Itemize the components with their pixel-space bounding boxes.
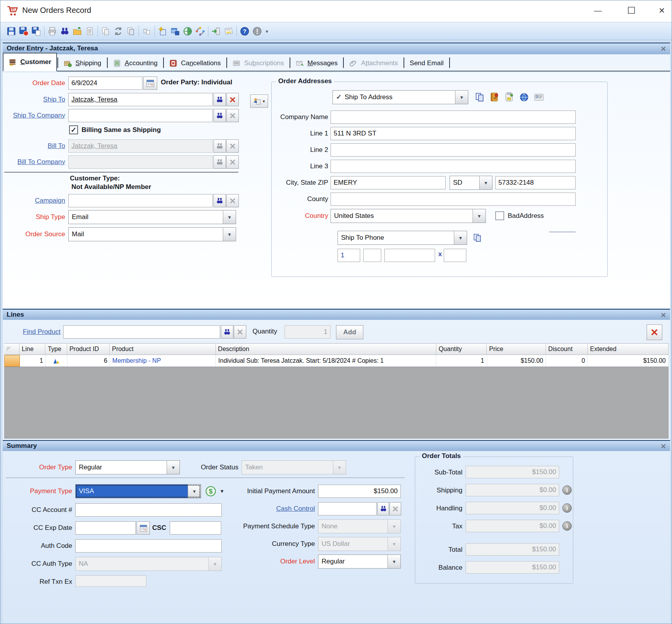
col-header-price[interactable]: Price	[487, 343, 546, 355]
ship-to-clear-button[interactable]: ✕	[226, 93, 239, 106]
cash-control-input[interactable]	[318, 502, 377, 515]
campaign-find-button[interactable]	[213, 194, 226, 207]
customer-actions-button[interactable]: ▾	[250, 94, 268, 108]
tab-shipping[interactable]: Shipping	[59, 56, 106, 71]
panel-close-icon[interactable]: ✕	[661, 442, 666, 452]
copy-phone-icon[interactable]	[471, 232, 484, 244]
receipt-icon[interactable]	[222, 25, 235, 37]
campaign-label[interactable]: Campaign	[7, 194, 65, 207]
sync-icon[interactable]	[194, 25, 206, 37]
globe-icon[interactable]	[518, 91, 530, 103]
ship-to-company-input[interactable]	[68, 109, 213, 122]
row-selector-cell[interactable]	[4, 355, 20, 367]
maximize-button[interactable]: ☐	[622, 3, 640, 18]
minimize-button[interactable]: —	[589, 3, 607, 18]
tab-cancellations[interactable]: Cancellations	[164, 56, 226, 71]
chevron-down-icon[interactable]: ▾	[223, 210, 236, 224]
lines-delete-button[interactable]: ✕	[647, 324, 662, 340]
order-date-calendar-button[interactable]	[143, 77, 157, 90]
phone-country-input[interactable]	[338, 249, 360, 262]
find-icon[interactable]	[59, 25, 71, 37]
find-product-clear-button[interactable]: ✕	[234, 325, 246, 339]
print-icon[interactable]	[46, 25, 59, 37]
cc-exp-input[interactable]	[75, 521, 136, 535]
col-header-extended[interactable]: Extended	[588, 343, 668, 355]
copy-special-icon[interactable]	[100, 25, 112, 37]
table-corner-cell[interactable]	[4, 343, 20, 355]
address-book-icon[interactable]	[488, 91, 501, 103]
ship-type-select[interactable]: Email ▾	[68, 210, 236, 224]
col-header-line[interactable]: Line	[20, 343, 46, 355]
payment-type-select[interactable]: VISA ▾	[75, 484, 201, 498]
cash-control-clear-button[interactable]: ✕	[389, 502, 401, 515]
cash-control-find-button[interactable]	[377, 502, 389, 515]
bill-to-company-label[interactable]: Bill To Company	[3, 155, 65, 169]
col-header-quantity[interactable]: Quantity	[436, 343, 487, 355]
tab-customer[interactable]: Customer	[3, 53, 57, 71]
save-as-icon[interactable]	[30, 25, 43, 37]
city-input[interactable]	[331, 176, 446, 189]
zip-input[interactable]	[495, 176, 576, 189]
copy-address-icon[interactable]	[473, 91, 486, 103]
order-type-select[interactable]: Regular ▾	[75, 460, 180, 474]
line1-input[interactable]	[331, 127, 576, 140]
chevron-down-icon[interactable]: ▾	[188, 485, 201, 498]
table-row[interactable]: 1 6 Membership - NP Individual Sub: Tere…	[4, 355, 668, 367]
chevron-down-icon[interactable]: ▾	[479, 176, 492, 189]
phone-area-input[interactable]	[363, 249, 381, 262]
col-header-description[interactable]: Description	[216, 343, 436, 355]
initial-payment-input[interactable]	[318, 485, 401, 498]
line3-input[interactable]	[331, 160, 576, 173]
save-icon[interactable]	[5, 25, 18, 37]
cash-control-label[interactable]: Cash Control	[221, 502, 315, 515]
order-date-input[interactable]	[68, 77, 142, 90]
tab-send-email[interactable]: Send Email	[405, 56, 449, 71]
county-input[interactable]	[331, 193, 576, 206]
chevron-down-icon[interactable]: ▾	[455, 91, 468, 104]
cell-product[interactable]: Membership - NP	[110, 355, 216, 367]
csc-input[interactable]	[170, 521, 221, 535]
col-header-product-id[interactable]: Product ID	[67, 343, 110, 355]
contact-card-icon[interactable]	[533, 91, 545, 103]
toolbar-overflow-icon[interactable]: ▾	[263, 25, 270, 37]
line2-input[interactable]	[331, 143, 576, 157]
col-header-discount[interactable]: Discount	[546, 343, 588, 355]
handling-info-icon[interactable]: i	[562, 503, 572, 513]
duplicate-icon[interactable]	[140, 25, 153, 37]
shipping-info-icon[interactable]: i	[562, 485, 572, 495]
campaign-input[interactable]	[68, 194, 213, 207]
company-name-input[interactable]	[331, 111, 576, 124]
panel-close-icon[interactable]: ✕	[661, 44, 666, 54]
copy-icon[interactable]	[124, 25, 137, 37]
save-record-icon[interactable]	[18, 25, 30, 37]
close-button[interactable]: ✕	[653, 3, 671, 18]
about-icon[interactable]	[251, 25, 263, 37]
phone-ext-input[interactable]	[444, 249, 466, 262]
tax-info-icon[interactable]: i	[562, 521, 572, 531]
campaign-clear-button[interactable]: ✕	[226, 194, 239, 207]
panel-close-icon[interactable]: ✕	[661, 310, 666, 321]
ship-to-label[interactable]: Ship To	[7, 93, 65, 106]
auth-code-input[interactable]	[75, 539, 222, 553]
web-view-icon[interactable]	[181, 25, 194, 37]
chevron-down-icon[interactable]: ▾	[167, 461, 180, 474]
col-header-type[interactable]: Type	[45, 343, 67, 355]
ship-to-company-clear-button[interactable]: ✕	[226, 109, 239, 122]
bill-to-label[interactable]: Bill To	[7, 139, 65, 153]
find-product-input[interactable]	[63, 325, 220, 339]
phone-number-input[interactable]	[384, 249, 435, 262]
find-product-label[interactable]: Find Product	[3, 325, 60, 339]
new-record-window-icon[interactable]	[156, 25, 169, 37]
validate-address-icon[interactable]	[503, 91, 516, 103]
phone-type-select[interactable]: Ship To Phone ▾	[338, 231, 467, 245]
col-header-product[interactable]: Product	[110, 343, 216, 355]
tab-messages[interactable]: Messages	[291, 56, 343, 71]
ship-to-company-find-button[interactable]	[213, 109, 226, 122]
country-select[interactable]: United States ▾	[331, 209, 486, 223]
ship-to-company-label[interactable]: Ship To Company	[3, 109, 65, 122]
open-folder-icon[interactable]	[71, 25, 84, 37]
state-select[interactable]: SD ▾	[450, 176, 492, 190]
chevron-down-icon[interactable]: ▾	[473, 209, 485, 223]
order-level-select[interactable]: Regular ▾	[318, 554, 401, 569]
chevron-down-icon[interactable]: ▾	[454, 231, 467, 244]
